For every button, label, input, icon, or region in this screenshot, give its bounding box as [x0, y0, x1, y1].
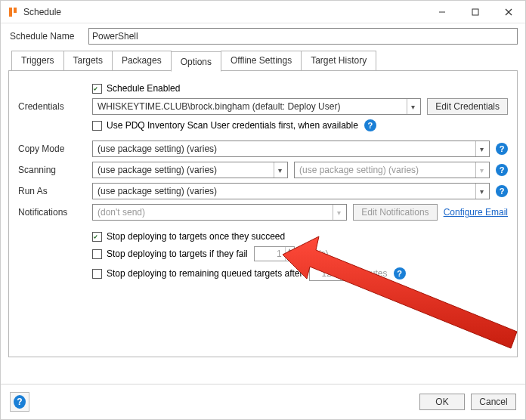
app-icon [7, 6, 19, 18]
tab-targets[interactable]: Targets [63, 51, 113, 71]
help-button[interactable]: ? [10, 392, 29, 412]
use-inventory-user-checkbox[interactable]: Use PDQ Inventory Scan User credentials … [92, 120, 358, 131]
chevron-down-icon: ▾ [475, 162, 487, 178]
stop-on-success-label: Stop deploying to targets once they succ… [107, 231, 285, 242]
scanning-secondary-combo: (use package setting) (varies) ▾ [294, 162, 490, 178]
svg-rect-1 [472, 9, 478, 15]
step-up-icon[interactable]: ▲ [286, 247, 294, 254]
tabstrip: Triggers Targets Packages Options Offlin… [11, 51, 521, 71]
step-down-icon[interactable]: ▼ [286, 254, 294, 261]
close-button[interactable] [492, 1, 525, 23]
stop-after-checkbox[interactable]: Stop deploying to remaining queued targe… [92, 268, 303, 279]
credentials-label: Credentials [18, 101, 86, 112]
run-as-value: (use package setting) (varies) [97, 186, 217, 196]
schedule-enabled-checkbox[interactable]: Schedule Enabled [92, 83, 180, 94]
tab-target-history[interactable]: Target History [301, 51, 376, 71]
edit-credentials-button[interactable]: Edit Credentials [427, 98, 508, 115]
dialog-footer: ? OK Cancel [1, 384, 525, 419]
notifications-placeholder: (don't send) [97, 207, 145, 218]
credentials-combo[interactable]: WHISKEYTIME.CLUB\brock.bingham (default:… [92, 98, 421, 115]
run-as-label: Run As [18, 186, 86, 196]
schedule-name-input[interactable] [88, 28, 518, 45]
scanning-combo[interactable]: (use package setting) (varies) ▾ [92, 162, 288, 178]
maximize-button[interactable] [459, 1, 492, 23]
chevron-down-icon: ▾ [475, 184, 487, 199]
copy-mode-value: (use package setting) (varies) [97, 144, 217, 154]
tab-packages[interactable]: Packages [112, 51, 172, 71]
ok-button[interactable]: OK [419, 394, 465, 410]
notifications-label: Notifications [18, 207, 86, 218]
schedule-enabled-label: Schedule Enabled [107, 83, 180, 94]
fail-times-value[interactable] [255, 247, 285, 261]
schedule-name-label: Schedule Name [8, 31, 84, 42]
cancel-button[interactable]: Cancel [471, 394, 516, 410]
run-as-combo[interactable]: (use package setting) (varies) ▾ [92, 183, 490, 199]
scanning-secondary-placeholder: (use package setting) (varies) [299, 165, 419, 175]
credentials-value: WHISKEYTIME.CLUB\brock.bingham (default:… [97, 101, 340, 112]
configure-email-link[interactable]: Configure Email [444, 207, 508, 218]
help-icon[interactable]: ? [496, 185, 508, 197]
fail-times-stepper[interactable]: ▲▼ [254, 246, 295, 261]
chevron-down-icon: ▾ [333, 205, 345, 220]
help-icon[interactable]: ? [496, 164, 508, 176]
titlebar: Schedule [1, 1, 525, 23]
stop-on-fail-checkbox[interactable]: Stop deploying to targets if they fail [92, 249, 248, 259]
help-icon[interactable]: ? [496, 143, 508, 155]
stop-after-label: Stop deploying to remaining queued targe… [107, 268, 303, 279]
notifications-combo: (don't send) ▾ [92, 204, 347, 221]
stop-after-minutes-value[interactable] [310, 267, 340, 280]
step-up-icon[interactable]: ▲ [341, 267, 349, 273]
fail-times-suffix: time(s) [301, 249, 329, 259]
edit-notifications-button: Edit Notifications [353, 204, 437, 221]
stop-after-suffix: minutes [356, 268, 388, 279]
help-icon[interactable]: ? [364, 119, 376, 131]
chevron-down-icon: ▾ [407, 99, 419, 114]
window-title: Schedule [23, 7, 61, 17]
step-down-icon[interactable]: ▼ [341, 273, 349, 280]
tab-triggers[interactable]: Triggers [11, 51, 64, 71]
help-icon[interactable]: ? [394, 267, 406, 279]
stop-on-success-checkbox[interactable]: Stop deploying to targets once they succ… [92, 231, 285, 242]
copy-mode-combo[interactable]: (use package setting) (varies) ▾ [92, 141, 490, 157]
chevron-down-icon: ▾ [274, 162, 286, 178]
stop-on-fail-label: Stop deploying to targets if they fail [107, 249, 248, 259]
options-panel: Schedule Enabled Credentials WHISKEYTIME… [8, 70, 518, 357]
use-inventory-user-label: Use PDQ Inventory Scan User credentials … [107, 120, 358, 131]
help-icon: ? [14, 395, 26, 409]
scanning-value: (use package setting) (varies) [97, 165, 217, 175]
minimize-button[interactable] [425, 1, 459, 23]
chevron-down-icon: ▾ [475, 141, 487, 156]
stop-after-minutes-stepper[interactable]: ▲▼ [309, 266, 350, 281]
tab-offline-settings[interactable]: Offline Settings [221, 51, 302, 71]
copy-mode-label: Copy Mode [18, 144, 86, 154]
tab-options[interactable]: Options [171, 51, 221, 72]
scanning-label: Scanning [18, 165, 86, 175]
